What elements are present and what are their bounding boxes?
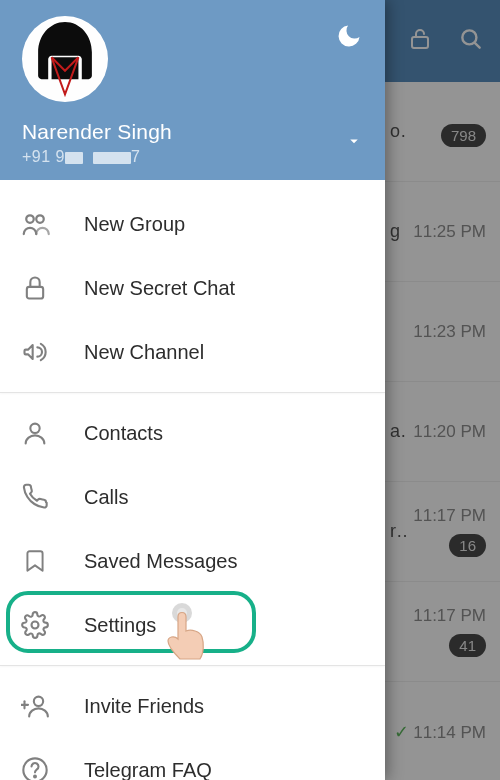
invite-icon [20, 691, 50, 721]
menu-item-telegram-faq[interactable]: Telegram FAQ [0, 738, 385, 780]
menu-item-invite-friends[interactable]: Invite Friends [0, 674, 385, 738]
menu-item-new-secret-chat[interactable]: New Secret Chat [0, 256, 385, 320]
menu-item-contacts[interactable]: Contacts [0, 401, 385, 465]
menu-item-new-group[interactable]: New Group [0, 192, 385, 256]
menu-label: Settings [84, 614, 156, 637]
profile-name: Narender Singh [22, 120, 363, 144]
megaphone-icon [20, 337, 50, 367]
svg-point-5 [36, 215, 44, 223]
menu-item-saved-messages[interactable]: Saved Messages [0, 529, 385, 593]
help-icon [20, 755, 50, 780]
tutorial-pointer-icon [158, 601, 218, 675]
bookmark-icon [20, 546, 50, 576]
svg-point-9 [172, 603, 192, 623]
menu-label: New Channel [84, 341, 204, 364]
menu-label: Saved Messages [84, 550, 237, 573]
menu-label: Contacts [84, 422, 163, 445]
svg-point-7 [30, 424, 39, 433]
phone-icon [20, 482, 50, 512]
menu-label: New Group [84, 213, 185, 236]
menu-item-calls[interactable]: Calls [0, 465, 385, 529]
menu-label: New Secret Chat [84, 277, 235, 300]
menu-item-settings[interactable]: Settings [0, 593, 385, 657]
menu-label: Invite Friends [84, 695, 204, 718]
svg-point-4 [26, 215, 34, 223]
gear-icon [20, 610, 50, 640]
night-mode-icon[interactable] [335, 22, 363, 54]
menu-item-new-channel[interactable]: New Channel [0, 320, 385, 384]
group-icon [20, 209, 50, 239]
menu-label: Telegram FAQ [84, 759, 212, 781]
avatar[interactable] [22, 16, 108, 102]
profile-phone: +91 9 7 [22, 148, 363, 166]
navigation-drawer: Narender Singh +91 9 7 New Group New Sec… [0, 0, 385, 780]
menu-label: Calls [84, 486, 128, 509]
account-dropdown-icon[interactable] [345, 132, 363, 154]
svg-point-11 [34, 697, 43, 706]
drawer-menu: New Group New Secret Chat New Channel Co… [0, 180, 385, 780]
svg-point-15 [34, 775, 36, 777]
drawer-header: Narender Singh +91 9 7 [0, 0, 385, 180]
menu-divider [0, 665, 385, 666]
menu-divider [0, 392, 385, 393]
person-icon [20, 418, 50, 448]
svg-point-10 [177, 608, 187, 618]
svg-point-8 [32, 622, 39, 629]
svg-rect-6 [27, 287, 43, 299]
lock-icon [20, 273, 50, 303]
